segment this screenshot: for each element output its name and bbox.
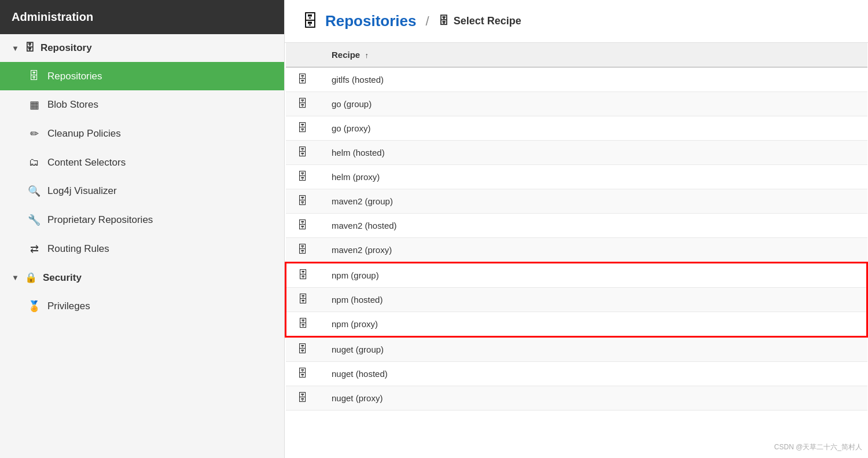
breadcrumb-item: 🗄 Select Recipe bbox=[439, 15, 521, 27]
sidebar-header-label: Administration bbox=[12, 10, 93, 23]
breadcrumb-icon: 🗄 bbox=[439, 15, 449, 27]
main-header-icon: 🗄 bbox=[302, 12, 318, 31]
cleanup-label: Cleanup Policies bbox=[47, 128, 121, 140]
sidebar-item-proprietary-repos[interactable]: 🔧 Proprietary Repositories bbox=[0, 206, 284, 235]
row-icon-cell: 🗄 bbox=[286, 92, 321, 116]
table-row[interactable]: 🗄gitlfs (hosted) bbox=[286, 67, 867, 92]
sidebar-item-log4j[interactable]: 🔍 Log4j Visualizer bbox=[0, 177, 284, 206]
blob-stores-icon: ▦ bbox=[28, 98, 41, 111]
table-row[interactable]: 🗄npm (proxy) bbox=[286, 312, 867, 337]
table-body: 🗄gitlfs (hosted)🗄go (group)🗄go (proxy)🗄h… bbox=[286, 67, 867, 411]
privileges-label: Privileges bbox=[47, 301, 90, 312]
row-label-cell: nuget (hosted) bbox=[320, 362, 867, 386]
row-label-cell: helm (hosted) bbox=[320, 141, 867, 165]
row-icon-cell: 🗄 bbox=[286, 288, 321, 312]
row-icon-cell: 🗄 bbox=[286, 214, 321, 238]
row-label-cell: npm (proxy) bbox=[320, 312, 867, 337]
row-label-cell: nuget (group) bbox=[320, 337, 867, 362]
table-row[interactable]: 🗄maven2 (group) bbox=[286, 189, 867, 214]
recipe-column-header[interactable]: Recipe ↑ bbox=[320, 43, 867, 67]
row-icon-cell: 🗄 bbox=[286, 116, 321, 141]
breadcrumb-label: Select Recipe bbox=[454, 15, 521, 27]
repositories-table: Recipe ↑ 🗄gitlfs (hosted)🗄go (group)🗄go … bbox=[285, 43, 868, 411]
blob-stores-label: Blob Stores bbox=[47, 99, 98, 111]
sidebar-item-blob-stores[interactable]: ▦ Blob Stores bbox=[0, 90, 284, 119]
row-label-cell: npm (group) bbox=[320, 263, 867, 288]
repositories-icon: 🗄 bbox=[28, 70, 41, 82]
page-title: Repositories bbox=[325, 12, 417, 30]
proprietary-icon: 🔧 bbox=[28, 214, 41, 226]
repository-icon: 🗄 bbox=[25, 42, 35, 54]
table-row[interactable]: 🗄go (group) bbox=[286, 92, 867, 116]
row-label-cell: maven2 (proxy) bbox=[320, 238, 867, 263]
sidebar-header: Administration bbox=[0, 0, 284, 34]
table-container: Recipe ↑ 🗄gitlfs (hosted)🗄go (group)🗄go … bbox=[285, 43, 868, 458]
table-row[interactable]: 🗄nuget (group) bbox=[286, 337, 867, 362]
row-icon-cell: 🗄 bbox=[286, 141, 321, 165]
routing-icon: ⇄ bbox=[28, 243, 41, 255]
breadcrumb-separator: / bbox=[426, 14, 429, 29]
sidebar-section-security[interactable]: ▼ 🔒 Security bbox=[0, 263, 284, 292]
proprietary-label: Proprietary Repositories bbox=[47, 214, 153, 226]
sidebar-section-repository[interactable]: ▼ 🗄 Repository bbox=[0, 34, 284, 62]
table-row[interactable]: 🗄nuget (proxy) bbox=[286, 386, 867, 411]
cleanup-icon: ✏ bbox=[28, 127, 41, 140]
row-label-cell: helm (proxy) bbox=[320, 165, 867, 189]
row-label-cell: gitlfs (hosted) bbox=[320, 67, 867, 92]
row-icon-cell: 🗄 bbox=[286, 362, 321, 386]
row-icon-cell: 🗄 bbox=[286, 312, 321, 337]
row-label-cell: maven2 (hosted) bbox=[320, 214, 867, 238]
table-row[interactable]: 🗄nuget (hosted) bbox=[286, 362, 867, 386]
repositories-label: Repositories bbox=[47, 71, 102, 82]
recipe-header-label: Recipe bbox=[332, 50, 360, 60]
table-row[interactable]: 🗄helm (proxy) bbox=[286, 165, 867, 189]
icon-column-header bbox=[286, 43, 321, 67]
row-icon-cell: 🗄 bbox=[286, 337, 321, 362]
sort-icon: ↑ bbox=[365, 51, 369, 60]
security-section-label: Security bbox=[43, 272, 82, 284]
table-row[interactable]: 🗄npm (group) bbox=[286, 263, 867, 288]
arrow-icon: ▼ bbox=[12, 44, 19, 53]
sidebar: Administration ▼ 🗄 Repository 🗄 Reposito… bbox=[0, 0, 285, 458]
repository-section-label: Repository bbox=[41, 42, 92, 54]
main-content: 🗄 Repositories / 🗄 Select Recipe Recipe … bbox=[285, 0, 868, 458]
row-label-cell: nuget (proxy) bbox=[320, 386, 867, 411]
row-icon-cell: 🗄 bbox=[286, 67, 321, 92]
row-icon-cell: 🗄 bbox=[286, 165, 321, 189]
row-icon-cell: 🗄 bbox=[286, 238, 321, 263]
table-row[interactable]: 🗄npm (hosted) bbox=[286, 288, 867, 312]
log4j-label: Log4j Visualizer bbox=[47, 185, 117, 197]
sidebar-item-cleanup-policies[interactable]: ✏ Cleanup Policies bbox=[0, 119, 284, 148]
security-icon: 🔒 bbox=[25, 272, 37, 284]
table-header-row: Recipe ↑ bbox=[286, 43, 867, 67]
row-icon-cell: 🗄 bbox=[286, 263, 321, 288]
row-icon-cell: 🗄 bbox=[286, 189, 321, 214]
watermark: CSDN @天草二十六_简村人 bbox=[774, 442, 862, 452]
row-label-cell: maven2 (group) bbox=[320, 189, 867, 214]
table-row[interactable]: 🗄go (proxy) bbox=[286, 116, 867, 141]
row-label-cell: go (proxy) bbox=[320, 116, 867, 141]
content-selectors-icon: 🗂 bbox=[28, 156, 41, 168]
row-label-cell: npm (hosted) bbox=[320, 288, 867, 312]
table-row[interactable]: 🗄maven2 (hosted) bbox=[286, 214, 867, 238]
sidebar-item-repositories[interactable]: 🗄 Repositories bbox=[0, 62, 284, 90]
row-icon-cell: 🗄 bbox=[286, 386, 321, 411]
routing-label: Routing Rules bbox=[47, 243, 109, 255]
row-label-cell: go (group) bbox=[320, 92, 867, 116]
content-selectors-label: Content Selectors bbox=[47, 157, 126, 168]
sidebar-item-content-selectors[interactable]: 🗂 Content Selectors bbox=[0, 148, 284, 177]
table-row[interactable]: 🗄helm (hosted) bbox=[286, 141, 867, 165]
main-header: 🗄 Repositories / 🗄 Select Recipe bbox=[285, 0, 868, 43]
sidebar-item-routing-rules[interactable]: ⇄ Routing Rules bbox=[0, 235, 284, 263]
privileges-icon: 🏅 bbox=[28, 300, 41, 313]
log4j-icon: 🔍 bbox=[28, 185, 41, 197]
table-row[interactable]: 🗄maven2 (proxy) bbox=[286, 238, 867, 263]
sidebar-item-privileges[interactable]: 🏅 Privileges bbox=[0, 292, 284, 321]
security-arrow-icon: ▼ bbox=[12, 273, 19, 282]
